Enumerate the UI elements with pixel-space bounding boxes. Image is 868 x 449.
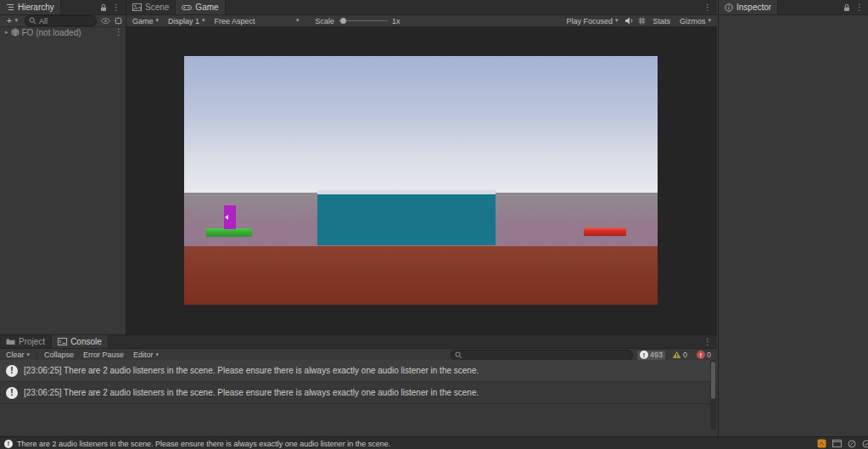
warning-icon: [672, 351, 681, 359]
caret-down-icon: ▾: [708, 18, 711, 24]
tab-label: Scene: [145, 3, 169, 12]
teal-cube: [317, 190, 496, 245]
warning-count: 0: [683, 351, 687, 359]
error-filter-toggle[interactable]: ! 0: [694, 351, 714, 360]
unity-editor: { "icons": { "kebab": "⋮", "caret": "▾",…: [0, 0, 868, 449]
caret-down-icon: ▾: [27, 352, 31, 358]
kebab-menu-icon[interactable]: ⋮: [112, 3, 120, 12]
editor-dropdown[interactable]: Editor ▾: [131, 351, 161, 359]
console-log-list: ! [23:06:25] There are 2 audio listeners…: [0, 360, 717, 437]
create-object-button[interactable]: + ▾: [3, 17, 20, 25]
mute-audio-icon[interactable]: [624, 17, 634, 25]
kebab-menu-icon[interactable]: ⋮: [855, 3, 864, 12]
tab-game[interactable]: Game: [176, 0, 225, 14]
log-text: [23:06:25] There are 2 audio listeners i…: [24, 366, 479, 375]
progress-complete-icon[interactable]: [862, 440, 868, 448]
console-panel: Project Console ⋮ Clear ▾ Collapse Error…: [0, 334, 717, 437]
editor-window-icon[interactable]: [832, 440, 842, 447]
status-message[interactable]: There are 2 audio listeners in the scene…: [17, 440, 813, 448]
slider-thumb[interactable]: [340, 18, 346, 24]
info-icon: !: [6, 365, 18, 377]
red-platform: [584, 227, 626, 236]
game-render[interactable]: [184, 56, 658, 305]
scene-item-label: FO (not loaded): [22, 28, 112, 37]
console-scrollbar[interactable]: [710, 360, 716, 429]
tabbar-spacer: [61, 0, 95, 14]
info-icon: !: [640, 351, 648, 359]
tab-label: Inspector: [736, 3, 771, 12]
kebab-menu-icon[interactable]: ⋮: [703, 3, 712, 12]
error-pause-button[interactable]: Error Pause: [81, 351, 126, 359]
hierarchy-toolbar: + ▾ All: [0, 15, 126, 27]
info-filter-toggle[interactable]: ! 493: [637, 351, 665, 360]
console-log-entry[interactable]: ! [23:06:25] There are 2 audio listeners…: [0, 382, 717, 404]
tab-label: Game: [195, 3, 218, 12]
tab-label: Console: [70, 337, 102, 346]
sky: [184, 56, 658, 193]
game-tabbar: Scene Game ⋮: [126, 0, 717, 15]
game-menu-dropdown[interactable]: Game ▾: [130, 17, 161, 25]
search-icon: [455, 351, 462, 359]
item-kebab-icon[interactable]: ⋮: [115, 28, 123, 36]
collapse-button[interactable]: Collapse: [42, 351, 76, 359]
scene-picking-icon[interactable]: [115, 17, 122, 25]
caret-down-icon: ▾: [202, 18, 205, 24]
console-tabbar: Project Console ⋮: [0, 335, 717, 349]
scrollbar-thumb[interactable]: [711, 362, 715, 399]
hierarchy-item-scene[interactable]: ▸ FO (not loaded) ⋮: [0, 27, 126, 37]
warning-filter-toggle[interactable]: 0: [669, 351, 690, 360]
lock-icon[interactable]: [843, 3, 850, 12]
kebab-menu-icon[interactable]: ⋮: [703, 338, 712, 346]
expander-icon[interactable]: ▸: [5, 30, 8, 36]
folder-icon: [6, 338, 15, 345]
tab-console[interactable]: Console: [52, 335, 109, 348]
teal-cube-front-face: [317, 194, 496, 245]
aspect-dropdown[interactable]: Free Aspect ▾: [212, 17, 302, 25]
game-panel: Scene Game ⋮ Game ▾ Display 1 ▾ Free Asp…: [126, 0, 717, 334]
scale-slider[interactable]: [339, 17, 388, 25]
game-toolbar: Game ▾ Display 1 ▾ Free Aspect ▾ Scale 1…: [126, 15, 717, 27]
scene-visibility-icon[interactable]: [101, 18, 110, 24]
hierarchy-tabbar: Hierarchy ⋮: [0, 0, 126, 15]
tab-label: Hierarchy: [18, 3, 54, 12]
activity-icon[interactable]: [817, 439, 826, 448]
hierarchy-search-field[interactable]: All: [25, 15, 97, 26]
caret-down-icon: ▾: [156, 18, 160, 24]
green-platform: [206, 228, 252, 237]
caret-down-icon: ▾: [156, 352, 160, 358]
cache-server-disabled-icon[interactable]: [848, 440, 856, 448]
inspector-panel: Inspector ⋮: [718, 0, 868, 436]
search-scope-label: All: [39, 17, 48, 25]
console-search-input[interactable]: [465, 351, 629, 359]
tabbar-spacer: [226, 0, 698, 14]
caret-down-icon: ▾: [15, 18, 19, 24]
gizmos-dropdown[interactable]: Gizmos ▾: [677, 17, 714, 25]
inspector-icon: [725, 3, 733, 12]
info-count: 493: [650, 351, 663, 359]
console-icon: [58, 338, 67, 345]
console-log-entry[interactable]: ! [23:06:25] There are 2 audio listeners…: [0, 360, 717, 382]
caret-down-icon: ▾: [615, 18, 619, 24]
inspector-tabbar: Inspector ⋮: [719, 0, 868, 15]
scale-value: 1x: [392, 17, 400, 25]
console-search-field[interactable]: [451, 350, 633, 361]
play-focused-dropdown[interactable]: Play Focused ▾: [563, 17, 620, 25]
clear-button[interactable]: Clear ▾: [3, 351, 32, 359]
scene-asset-icon: [11, 28, 20, 36]
scene-view-icon: [132, 3, 142, 11]
lock-icon[interactable]: [100, 3, 107, 12]
stats-button[interactable]: Stats: [650, 17, 673, 25]
tab-project[interactable]: Project: [0, 335, 52, 348]
tab-inspector[interactable]: Inspector: [719, 0, 778, 14]
tab-label: Project: [19, 337, 45, 346]
tab-scene[interactable]: Scene: [126, 0, 176, 14]
hierarchy-icon: [6, 3, 14, 11]
caret-down-icon: ▾: [296, 18, 300, 24]
display-dropdown[interactable]: Display 1 ▾: [165, 17, 208, 25]
gamepad-icon: [182, 4, 192, 11]
error-icon: !: [697, 351, 705, 359]
error-count: 0: [707, 351, 711, 359]
tab-hierarchy[interactable]: Hierarchy: [0, 0, 61, 14]
plus-icon: +: [6, 17, 13, 25]
metrics-grid-icon[interactable]: [638, 17, 646, 25]
